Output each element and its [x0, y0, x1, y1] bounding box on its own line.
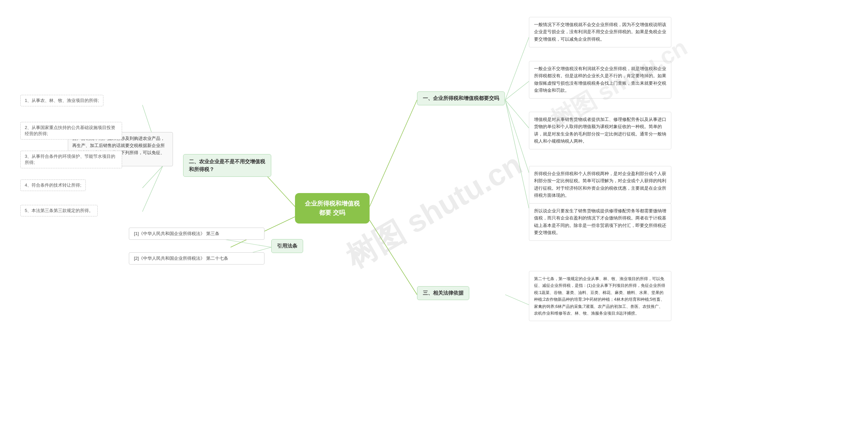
- branch2-sub5: 5、本法第三条第三款规定的所得。: [20, 205, 98, 216]
- main-canvas: 树图 shutu.cn 企业所得税和增值税都要 交吗 一、企业所得税: [0, 0, 868, 422]
- branch1-label: 一、企业所得税和增值税都要交吗: [423, 95, 499, 101]
- branch1-infobox5-text: 所以说企业只要发生了销售货物或提供修理修配劳务等都需要缴纳增值税，而只有企业在盈…: [534, 209, 666, 235]
- branch1-node: 一、企业所得税和增值税都要交吗: [417, 91, 505, 105]
- branch2-sub3-text: 3、从事符合条件的环境保护、节能节水项目的所得;: [25, 154, 115, 165]
- branch1-infobox5: 所以说企业只要发生了销售货物或提供修理修配劳务等都需要缴纳增值税，而只有企业在盈…: [529, 203, 671, 241]
- branch2-sub5-text: 5、本法第三条第三款规定的所得。: [25, 208, 93, 213]
- svg-line-5: [505, 100, 529, 208]
- branch1-infobox1: 一般情况下不交增值税就不会交企业所得税，因为不交增值税说明该企业是亏损企业，没有…: [529, 17, 671, 47]
- cite1-text: [1]《中华人民共和国企业所得税法》 第三条: [134, 231, 219, 236]
- svg-line-16: [505, 295, 529, 305]
- branch4-infobox-text: 第二十七条，第一项规定的企业从事、林、牧、渔业项目的所得，可以免征、减征企业所得…: [534, 276, 665, 316]
- branch1-infobox2: 一般企业不交增值税没有利润就不交企业所得税，就是增值税和企业所得税都没有。但是这…: [529, 61, 671, 99]
- cite2: [2]《中华人民共和国企业所得税法》 第二十七条: [129, 252, 264, 265]
- branch1-infobox2-text: 一般企业不交增值税没有利润就不交企业所得税，就是增值税和企业所得税都没有。但是这…: [534, 66, 666, 93]
- branch2-sub1-text: 1、从事农、林、牧、渔业项目的所得;: [25, 98, 99, 103]
- cite1: [1]《中华人民共和国企业所得税法》 第三条: [129, 228, 264, 240]
- cite2-text: [2]《中华人民共和国企业所得税法》 第二十七条: [134, 256, 228, 261]
- branch2-sub1: 1、从事农、林、牧、渔业项目的所得;: [20, 95, 103, 106]
- branch2-sub4: 4、符合条件的技术转让所得;: [20, 180, 86, 191]
- branch3-label: 引用法条: [277, 243, 297, 249]
- branch4-infobox: 第二十七条，第一项规定的企业从事、林、牧、渔业项目的所得，可以免征、减征企业所得…: [529, 271, 671, 321]
- connector-lines: [0, 0, 868, 422]
- branch1-infobox4-text: 所得税分企业所得税和个人所得税两种，是对企业盈利部分或个人获利部分按一定比例征税…: [534, 171, 666, 198]
- svg-line-1: [505, 37, 529, 100]
- svg-line-3: [505, 100, 529, 128]
- branch4-node: 三、相关法律依据: [417, 286, 469, 300]
- svg-line-2: [505, 81, 529, 100]
- branch2-sub2-text: 2、从事国家重点扶持的公共基础设施项目投资经营的所得;: [25, 125, 115, 136]
- branch3-node: 引用法条: [271, 239, 303, 253]
- branch2-sub4-text: 4、符合条件的技术转让所得;: [25, 183, 81, 188]
- central-label: 企业所得税和增值税都要 交吗: [305, 200, 360, 216]
- svg-line-11: [142, 166, 163, 212]
- watermark: 树图 shutu.cn: [0, 0, 868, 422]
- branch2-label: 二、农业企业是不是不用交增值税 和所得税？: [189, 159, 265, 172]
- svg-line-4: [505, 100, 529, 173]
- svg-line-0: [370, 100, 417, 207]
- branch1-infobox1-text: 一般情况下不交增值税就不会交企业所得税，因为不交增值税说明该企业是亏损企业，没有…: [534, 22, 666, 42]
- branch2-node: 二、农业企业是不是不用交增值税 和所得税？: [183, 154, 271, 177]
- branch2-sub3: 3、从事符合条件的环境保护、节能节水项目的所得;: [20, 151, 122, 168]
- branch4-label: 三、相关法律依据: [423, 290, 463, 296]
- central-node: 企业所得税和增值税都要 交吗: [295, 193, 370, 224]
- svg-line-15: [370, 220, 417, 295]
- branch1-infobox4: 所得税分企业所得税和个人所得税两种，是对企业盈利部分或个人获利部分按一定比例征税…: [529, 166, 671, 204]
- branch1-infobox3-text: 增值税是对从事销售货物或者提供加工、修理修配劳务以及从事进口货物的单位和个人取得…: [534, 117, 666, 144]
- branch1-infobox3: 增值税是对从事销售货物或者提供加工、修理修配劳务以及从事进口货物的单位和个人取得…: [529, 112, 671, 149]
- branch2-sub2: 2、从事国家重点扶持的公共基础设施项目投资经营的所得;: [20, 122, 122, 140]
- svg-line-10: [142, 166, 163, 188]
